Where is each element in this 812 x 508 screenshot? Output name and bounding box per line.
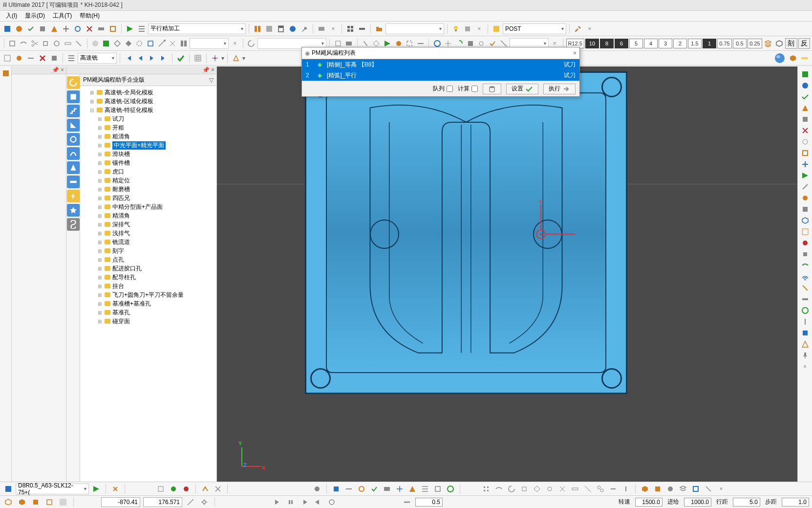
grid-icon[interactable] <box>345 23 356 34</box>
panel-pin-icon[interactable]: 📌 × <box>52 66 64 74</box>
expand-icon[interactable]: ⊞ <box>89 99 95 104</box>
flat-template-icon[interactable] <box>67 176 80 188</box>
check-icon[interactable] <box>175 53 186 64</box>
sb-gear[interactable] <box>199 497 210 508</box>
expand-icon[interactable]: ⊞ <box>97 125 103 131</box>
tb1-h1[interactable] <box>316 23 327 34</box>
first-icon[interactable] <box>123 53 134 64</box>
bb1-d12[interactable] <box>620 484 631 494</box>
tb2-b9[interactable] <box>179 38 189 49</box>
ring-template-icon[interactable] <box>67 133 80 146</box>
ri-15[interactable] <box>800 227 810 237</box>
bb1-e2[interactable] <box>652 484 663 494</box>
bb1-e1[interactable] <box>640 484 650 494</box>
tb1-g4[interactable] <box>287 23 298 34</box>
block-template-icon[interactable] <box>67 90 80 103</box>
delete-red-icon[interactable] <box>37 53 48 64</box>
bb1-c7[interactable] <box>394 484 405 494</box>
sphere-blue-icon[interactable] <box>773 51 787 65</box>
tb1-i2[interactable] <box>462 23 473 34</box>
tb3-a1[interactable] <box>2 53 13 64</box>
bb1-b2[interactable] <box>168 484 179 494</box>
execute-button[interactable]: 执行 <box>543 84 576 94</box>
ri-22[interactable] <box>800 306 810 315</box>
ri-10[interactable] <box>800 171 810 180</box>
close-small-icon[interactable]: × <box>230 38 240 49</box>
bb1-b3[interactable] <box>181 484 192 494</box>
expand-icon[interactable]: ⊞ <box>97 169 103 175</box>
tree-item[interactable]: ⊞精定位 <box>81 176 215 185</box>
bb1-d11[interactable] <box>608 484 619 494</box>
tb3-a5[interactable] <box>49 53 60 64</box>
travel-value[interactable]: 5.0 <box>733 498 760 507</box>
tree-item[interactable]: ⊞碰穿面 <box>81 317 215 326</box>
sb-cube3[interactable] <box>30 497 41 508</box>
post-combo[interactable]: POST <box>503 23 566 34</box>
ri-21[interactable] <box>800 294 810 304</box>
expand-icon[interactable]: ⊞ <box>97 248 103 254</box>
tb2-b7[interactable] <box>156 38 167 49</box>
hammer-icon[interactable] <box>573 23 583 34</box>
sb-loop[interactable] <box>326 497 337 508</box>
mill-type-combo[interactable]: 高速铣 <box>78 53 117 64</box>
axis-tool-icon[interactable] <box>210 53 220 64</box>
tb1-btn4[interactable] <box>37 23 48 34</box>
feed-value[interactable]: 1000.0 <box>684 498 711 507</box>
ri-9[interactable] <box>800 159 810 169</box>
tree-item[interactable]: ⊞开粗 <box>81 123 215 132</box>
li-1[interactable] <box>1 68 11 78</box>
ri-wifi-icon[interactable] <box>800 272 810 282</box>
cone-template-icon[interactable] <box>67 161 80 174</box>
tree-item[interactable]: ⊞基准孔 <box>81 308 215 317</box>
bb1-c4[interactable] <box>356 484 367 494</box>
close-small-icon[interactable]: × <box>584 23 595 34</box>
tree-item[interactable]: ⊞配导柱孔 <box>81 273 215 282</box>
bb1-e5[interactable] <box>690 484 701 494</box>
bb1-d4[interactable] <box>519 484 530 494</box>
ri-11[interactable] <box>800 182 810 192</box>
tb1-btn3[interactable] <box>25 23 36 34</box>
last-icon[interactable] <box>158 53 169 64</box>
size-badge-0p75[interactable]: 0.75 <box>717 39 732 48</box>
tree-item[interactable]: ⊞中光平面+精光平面 <box>81 141 215 150</box>
expand-icon[interactable]: ⊞ <box>97 187 103 192</box>
queue-check-input[interactable] <box>447 86 453 92</box>
bb1-d8[interactable] <box>570 484 580 494</box>
tb2-a1[interactable] <box>7 38 18 49</box>
bb1-b1[interactable] <box>155 484 166 494</box>
scissors-icon[interactable] <box>29 38 40 49</box>
ri-23[interactable] <box>800 317 810 327</box>
tree-item[interactable]: ⊞镶件槽 <box>81 158 215 167</box>
tb2-b3[interactable] <box>112 38 123 49</box>
step-value[interactable]: 1.0 <box>782 498 809 507</box>
bb1-d5[interactable] <box>532 484 542 494</box>
tb2-a4[interactable] <box>41 38 51 49</box>
size-badge-10[interactable]: 10 <box>585 39 599 48</box>
cube-icon[interactable] <box>774 38 785 49</box>
tree-root3[interactable]: ⊟高速铣-特征化模板 <box>81 106 215 114</box>
bb1-c1[interactable] <box>312 484 322 494</box>
sb-cube2[interactable] <box>17 497 27 508</box>
tree-item[interactable]: ⊞浅排气 <box>81 229 215 238</box>
queue-checkbox[interactable]: 队列 <box>433 85 453 93</box>
calc-checkbox[interactable]: 计算 <box>458 85 478 93</box>
tb2-combo-sm[interactable] <box>190 38 229 49</box>
table-icon[interactable] <box>192 53 203 64</box>
tb1-btn2[interactable] <box>14 23 24 34</box>
size-badge-6[interactable]: 6 <box>615 39 628 48</box>
bb1-e3[interactable] <box>665 484 676 494</box>
wrench-icon[interactable] <box>299 23 310 34</box>
sb-measure[interactable] <box>185 497 196 508</box>
ri-13[interactable] <box>800 204 810 214</box>
bb1-d2[interactable] <box>493 484 504 494</box>
tree-item[interactable]: ⊞中精分型面+产品面 <box>81 202 215 211</box>
tree-item[interactable]: ⊞滑块槽 <box>81 150 215 158</box>
tb1-combo-empty[interactable] <box>385 23 444 34</box>
ruler-icon[interactable] <box>799 53 810 64</box>
list-icon[interactable] <box>136 23 147 34</box>
tb2-b1[interactable] <box>90 38 100 49</box>
bb1-d9[interactable] <box>582 484 593 494</box>
tree-collapse-icon[interactable]: ▽ <box>209 77 214 84</box>
expand-icon[interactable]: ⊞ <box>97 222 103 227</box>
tb2-b8[interactable] <box>168 38 178 49</box>
